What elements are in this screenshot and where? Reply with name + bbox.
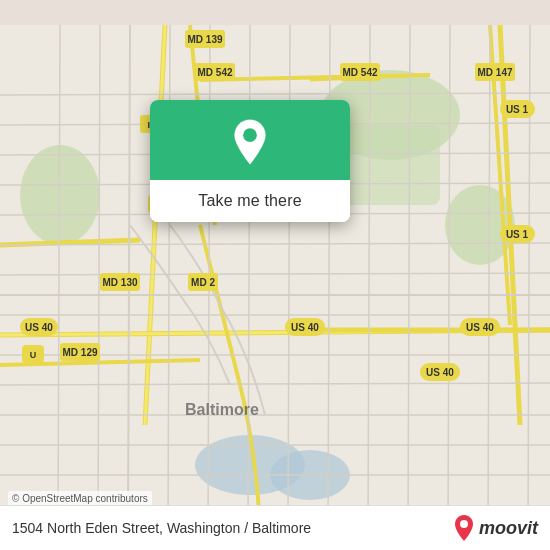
moovit-text: moovit — [479, 518, 538, 539]
address-text: 1504 North Eden Street, Washington / Bal… — [12, 520, 311, 536]
svg-text:US 40: US 40 — [466, 322, 494, 333]
svg-text:US 40: US 40 — [426, 367, 454, 378]
svg-text:MD 2: MD 2 — [191, 277, 215, 288]
svg-text:MD 542: MD 542 — [342, 67, 377, 78]
moovit-pin-icon — [453, 514, 475, 542]
svg-text:MD 147: MD 147 — [477, 67, 512, 78]
svg-text:MD 129: MD 129 — [62, 347, 97, 358]
osm-attribution: © OpenStreetMap contributors — [8, 491, 152, 506]
bottom-bar: 1504 North Eden Street, Washington / Bal… — [0, 505, 550, 550]
popup-card: Take me there — [150, 100, 350, 222]
svg-text:US 40: US 40 — [291, 322, 319, 333]
svg-text:Baltimore: Baltimore — [185, 401, 259, 418]
moovit-logo: moovit — [453, 514, 538, 542]
popup-green-area — [150, 100, 350, 180]
svg-text:MD 139: MD 139 — [187, 34, 222, 45]
svg-point-69 — [460, 520, 468, 528]
svg-text:U: U — [30, 350, 37, 360]
svg-text:US 1: US 1 — [506, 104, 529, 115]
take-me-there-button[interactable]: Take me there — [150, 180, 350, 222]
map-container: MD 139 MD 542 MD 542 MD 147 US 1 US 1 I … — [0, 0, 550, 550]
svg-text:MD 130: MD 130 — [102, 277, 137, 288]
svg-point-67 — [243, 128, 257, 142]
svg-text:US 1: US 1 — [506, 229, 529, 240]
svg-text:US 40: US 40 — [25, 322, 53, 333]
svg-text:MD 542: MD 542 — [197, 67, 232, 78]
location-pin-icon — [226, 118, 274, 166]
map-background: MD 139 MD 542 MD 542 MD 147 US 1 US 1 I … — [0, 0, 550, 550]
